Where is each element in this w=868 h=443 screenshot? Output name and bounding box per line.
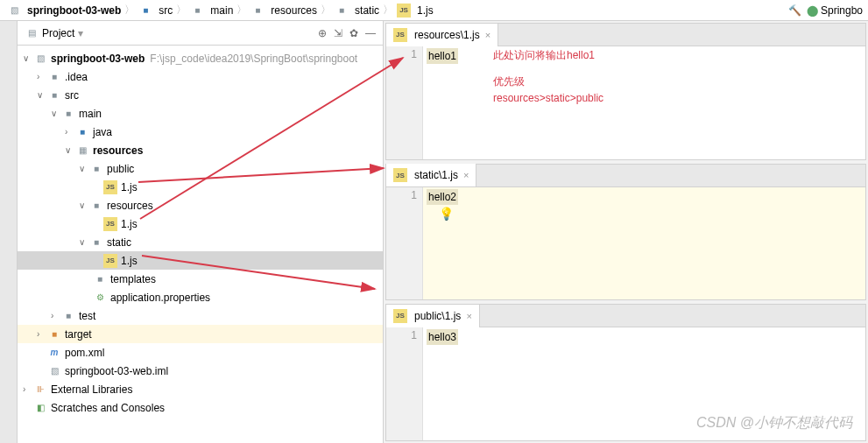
tab-bar: JS public\1.js × [386,305,865,327]
chevron-right-icon: 〉 [383,3,393,18]
tree-node-src[interactable]: ∨■src [18,86,383,104]
breadcrumb-item[interactable]: JS1.js [395,4,435,18]
editor-tab[interactable]: JS resources\1.js × [386,24,498,46]
folder-icon: ■ [47,88,61,102]
module-icon: ▧ [47,364,61,378]
editor-pane-2: JS static\1.js × 1 hello2 💡 [385,164,866,301]
close-icon[interactable]: × [463,170,469,180]
folder-icon: ■ [251,4,265,18]
tree-node-main[interactable]: ∨■main [18,104,383,123]
folder-icon: ■ [89,199,103,213]
folder-icon: ■ [93,272,107,286]
breadcrumb-item[interactable]: ▧springboot-03-web [5,4,123,18]
js-file-icon: JS [393,309,407,323]
tree-node-iml[interactable]: ▧springboot-03-web.iml [18,362,383,380]
dropdown-icon[interactable]: ▾ [78,27,83,39]
close-icon[interactable]: × [485,30,490,40]
code-area[interactable]: hello2 💡 [423,187,865,300]
properties-icon: ⚙ [93,291,107,305]
panel-header: ▤ Project ▾ ⊕ ⇲ ✿ — [18,21,383,46]
module-icon: ▧ [33,52,47,66]
breadcrumb: ▧springboot-03-web 〉 ■src 〉 ■main 〉 ■res… [0,0,868,21]
close-icon[interactable]: × [466,311,471,321]
tree-node-templates[interactable]: ■templates [18,270,383,288]
tab-label: static\1.js [414,169,458,181]
run-config[interactable]: ⬤ Springbo [807,4,863,17]
gear-icon[interactable]: ✿ [349,27,358,39]
tree-node-scratches[interactable]: ◧Scratches and Consoles [18,398,383,417]
project-tree[interactable]: ∨▧springboot-03-webF:\jsp_code\idea2019\… [18,46,383,443]
expand-all-icon[interactable]: ⇲ [334,27,342,39]
project-icon: ▤ [25,26,39,40]
src-folder-icon: ■ [75,125,89,139]
intention-bulb-icon[interactable]: 💡 [439,207,454,221]
tree-node-pom[interactable]: mpom.xml [18,343,383,362]
folder-icon: ■ [138,4,152,18]
js-file-icon: JS [103,254,117,268]
js-file-icon: JS [103,217,117,231]
js-file-icon: JS [393,168,407,182]
folder-icon: ■ [61,309,75,323]
js-file-icon: JS [103,180,117,194]
editor-tab[interactable]: JS static\1.js × [386,164,476,186]
editor-area: JS resources\1.js × 1 hello1 此处访问将输出hell… [384,21,868,443]
tree-node-static[interactable]: ∨■static [18,233,383,251]
select-opened-icon[interactable]: ⊕ [318,27,327,39]
scratch-icon: ◧ [33,401,47,415]
hide-icon[interactable]: — [365,27,376,39]
tree-node-idea[interactable]: ›■.idea [18,67,383,86]
resources-folder-icon: ▦ [75,144,89,158]
tree-node-java[interactable]: ›■java [18,123,383,141]
tree-node-public-file[interactable]: JS1.js [18,178,383,196]
tree-node-ext-libs[interactable]: ›⊪External Libraries [18,380,383,398]
excluded-folder-icon: ■ [47,327,61,341]
tree-node-target[interactable]: ›■target [18,325,383,343]
tree-node-resources-sub[interactable]: ∨■resources [18,196,383,214]
line-gutter: 1 [386,327,423,440]
tab-bar: JS static\1.js × [386,165,865,187]
tree-node-static-file[interactable]: JS1.js [18,251,383,270]
chevron-right-icon: 〉 [124,3,135,18]
tree-node-test[interactable]: ›■test [18,306,383,325]
code-area[interactable]: hello3 [423,327,865,440]
project-tool-window: ▤ Project ▾ ⊕ ⇲ ✿ — ∨▧springboot-03-webF… [18,21,384,443]
editor-tab[interactable]: JS public\1.js × [386,305,480,327]
tree-node-root[interactable]: ∨▧springboot-03-webF:\jsp_code\idea2019\… [18,49,383,67]
code-area[interactable]: hello1 此处访问将输出hello1 优先级 resources>stati… [423,46,865,159]
js-file-icon: JS [393,28,407,42]
breadcrumb-item[interactable]: ■resources [249,4,319,18]
maven-icon: m [47,346,61,360]
folder-icon: ■ [47,70,61,84]
tree-node-resources[interactable]: ∨▦resources [18,141,383,159]
library-icon: ⊪ [33,383,47,397]
editor-pane-1: JS resources\1.js × 1 hello1 此处访问将输出hell… [385,23,866,160]
tree-node-app-props[interactable]: ⚙application.properties [18,288,383,306]
editor-body[interactable]: 1 hello2 💡 [386,187,865,300]
annotation-text: resources>static>public [493,92,603,104]
folder-icon: ■ [89,162,103,176]
editor-body[interactable]: 1 hello3 [386,327,865,440]
build-icon[interactable]: 🔨 [788,4,801,17]
chevron-right-icon: 〉 [236,3,247,18]
folder-icon: ■ [89,236,103,250]
line-gutter: 1 [386,46,423,159]
module-icon: ▧ [7,4,21,18]
editor-pane-3: JS public\1.js × 1 hello3 [385,304,866,441]
tree-node-resources-file[interactable]: JS1.js [18,214,383,233]
line-gutter: 1 [386,187,423,300]
tab-bar: JS resources\1.js × [386,24,865,46]
breadcrumb-item[interactable]: ■src [137,4,174,18]
tab-label: public\1.js [414,310,461,322]
breadcrumb-item[interactable]: ■static [333,4,381,18]
annotation-text: 此处访问将输出hello1 [493,48,595,63]
tree-node-public[interactable]: ∨■public [18,159,383,178]
left-gutter[interactable] [0,21,18,443]
tab-label: resources\1.js [414,29,480,41]
editor-body[interactable]: 1 hello1 此处访问将输出hello1 优先级 resources>sta… [386,46,865,159]
folder-icon: ■ [190,4,204,18]
js-file-icon: JS [397,4,411,18]
folder-icon: ■ [61,107,75,121]
breadcrumb-item[interactable]: ■main [188,4,235,18]
annotation-text: 优先级 [493,74,525,89]
folder-icon: ■ [335,4,349,18]
